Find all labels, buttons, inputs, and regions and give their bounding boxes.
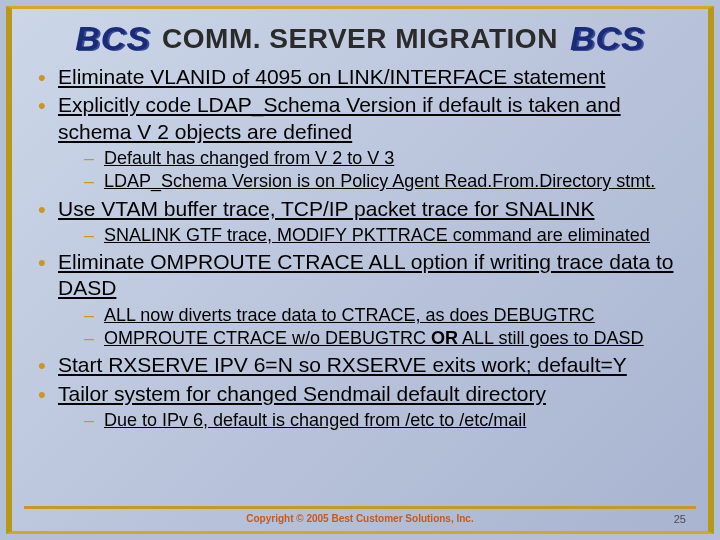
bullet-item: Eliminate OMPROUTE CTRACE ALL option if … bbox=[34, 249, 690, 350]
bullet-text: Eliminate VLANID of 4095 on LINK/INTERFA… bbox=[58, 65, 605, 88]
sub-list: Due to IPv 6, default is changed from /e… bbox=[58, 409, 690, 432]
footer: Copyright © 2005 Best Customer Solutions… bbox=[12, 507, 708, 529]
sub-item: SNALINK GTF trace, MODIFY PKTTRACE comma… bbox=[84, 224, 690, 247]
bullet-text: Tailor system for changed Sendmail defau… bbox=[58, 382, 546, 405]
sub-list: ALL now diverts trace data to CTRACE, as… bbox=[58, 304, 690, 351]
bullet-item: Explicitly code LDAP_Schema Version if d… bbox=[34, 92, 690, 193]
slide-title: COMM. SERVER MIGRATION bbox=[162, 23, 558, 55]
bullet-text: Use VTAM buffer trace, TCP/IP packet tra… bbox=[58, 197, 594, 220]
bullet-text: Start RXSERVE IPV 6=N so RXSERVE exits w… bbox=[58, 353, 627, 376]
bullet-text: Explicitly code LDAP_Schema Version if d… bbox=[58, 93, 621, 142]
copyright-text: Copyright © 2005 Best Customer Solutions… bbox=[246, 513, 473, 524]
sub-list: SNALINK GTF trace, MODIFY PKTTRACE comma… bbox=[58, 224, 690, 247]
bullet-text: Eliminate OMPROUTE CTRACE ALL option if … bbox=[58, 250, 673, 299]
sub-list: Default has changed from V 2 to V 3 LDAP… bbox=[58, 147, 690, 194]
logo-left: BCS bbox=[75, 19, 150, 58]
bullet-item: Tailor system for changed Sendmail defau… bbox=[34, 381, 690, 433]
slide: BCS COMM. SERVER MIGRATION BCS Eliminate… bbox=[0, 0, 720, 540]
bullet-item: Eliminate VLANID of 4095 on LINK/INTERFA… bbox=[34, 64, 690, 90]
bullet-item: Use VTAM buffer trace, TCP/IP packet tra… bbox=[34, 196, 690, 248]
slide-inner: BCS COMM. SERVER MIGRATION BCS Eliminate… bbox=[6, 6, 714, 534]
sub-item: OMPROUTE CTRACE w/o DEBUGTRC OR ALL stil… bbox=[84, 327, 690, 350]
title-row: BCS COMM. SERVER MIGRATION BCS bbox=[30, 19, 690, 58]
page-number: 25 bbox=[674, 513, 686, 525]
sub-item: Default has changed from V 2 to V 3 bbox=[84, 147, 690, 170]
sub-item: ALL now diverts trace data to CTRACE, as… bbox=[84, 304, 690, 327]
logo-right: BCS bbox=[570, 19, 645, 58]
sub-item: Due to IPv 6, default is changed from /e… bbox=[84, 409, 690, 432]
bullet-item: Start RXSERVE IPV 6=N so RXSERVE exits w… bbox=[34, 352, 690, 378]
bullet-list: Eliminate VLANID of 4095 on LINK/INTERFA… bbox=[30, 64, 690, 432]
sub-item: LDAP_Schema Version is on Policy Agent R… bbox=[84, 170, 690, 193]
